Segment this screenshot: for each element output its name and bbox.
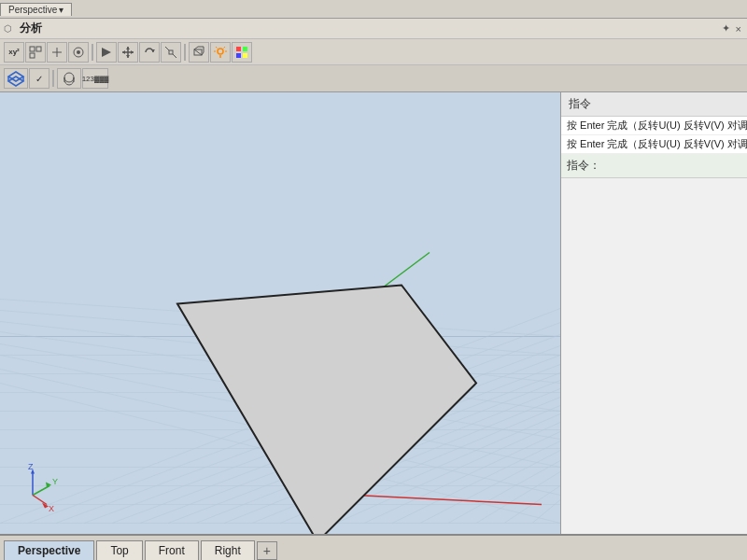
toolbar-area: ⬡ 分析 ✦ × xy² (0, 19, 747, 92)
toolbar-btn-color[interactable] (232, 42, 252, 63)
tab-top[interactable]: Top (96, 540, 142, 560)
svg-rect-27 (243, 47, 247, 51)
svg-line-17 (173, 54, 176, 58)
tab-front[interactable]: Front (145, 540, 199, 560)
svg-marker-14 (151, 49, 155, 52)
command-panel: 指令 按 Enter 完成（反转U(U) 反转V(V) 对调UV(S) 反...… (561, 92, 747, 178)
svg-rect-2 (30, 53, 35, 58)
toolbar-btn-scale[interactable] (161, 42, 181, 63)
close-icon[interactable]: × (734, 23, 743, 35)
toolbar-btn-3d-icon[interactable] (4, 68, 28, 89)
svg-marker-7 (102, 48, 111, 57)
toolbar-separator (92, 44, 93, 61)
toolbar-btn-move[interactable] (118, 42, 138, 63)
svg-rect-15 (169, 50, 173, 54)
toolbar-btn-check[interactable]: ✓ (29, 68, 49, 89)
top-tab-bar: Perspective ▾ (0, 0, 747, 19)
svg-point-6 (77, 50, 80, 54)
svg-marker-12 (122, 50, 125, 54)
toolbar-btn-grid1[interactable] (25, 42, 46, 63)
svg-text:Z: Z (28, 462, 34, 471)
svg-rect-26 (236, 47, 241, 51)
svg-rect-28 (236, 53, 241, 58)
toolbar-btn-ghost[interactable] (57, 68, 81, 89)
add-viewport-tab-button[interactable]: + (257, 541, 277, 560)
svg-line-25 (224, 47, 226, 49)
main-content: Z Y X ↖ 指令 按 Enter 完成（反转U(U) 反转V(V) 对调UV… (0, 92, 747, 534)
right-panel: 指令 按 Enter 完成（反转U(U) 反转V(V) 对调UV(S) 反...… (560, 92, 747, 534)
svg-marker-11 (126, 55, 130, 58)
toolbar-separator-3 (52, 70, 54, 87)
toolbar-row3: ✓ 123▓▓▓ (0, 65, 747, 91)
svg-point-20 (218, 49, 223, 54)
tab-right[interactable]: Right (201, 540, 255, 560)
svg-rect-1 (36, 47, 41, 51)
app: Perspective ▾ ⬡ 分析 ✦ × xy² (0, 0, 747, 560)
toolbar-btn-snap[interactable] (68, 42, 89, 63)
command-input[interactable] (600, 160, 747, 173)
toolbar-row2: xy² (0, 39, 747, 65)
toolbar-btn-123[interactable]: 123▓▓▓ (82, 68, 108, 89)
toolbar-btn-xy[interactable]: xy² (4, 42, 24, 63)
svg-point-34 (64, 73, 74, 82)
toolbar-btn-view3d[interactable] (189, 42, 209, 63)
chevron-down-icon[interactable]: ▾ (59, 5, 63, 15)
settings-icon[interactable]: ✦ (720, 22, 732, 35)
viewport-3d-main[interactable]: Z Y X ↖ (0, 92, 560, 534)
svg-rect-0 (30, 47, 35, 51)
svg-marker-10 (126, 47, 130, 49)
bottom-tab-bar: Perspective Top Front Right + (0, 534, 747, 560)
command-title: 指令 (561, 92, 747, 117)
tab-perspective[interactable]: Perspective (4, 540, 94, 560)
toolbar-title: 分析 (14, 21, 48, 36)
command-input-row: 指令： (561, 154, 747, 177)
viewport-svg: Z Y X ↖ (0, 92, 560, 534)
svg-line-16 (165, 47, 169, 50)
toolbar-btn-arrow[interactable] (96, 42, 117, 63)
command-line1: 按 Enter 完成（反转U(U) 反转V(V) 对调UV(S) 反... (561, 117, 747, 135)
svg-line-24 (216, 47, 218, 49)
perspective-tab-top[interactable]: Perspective ▾ (0, 3, 72, 16)
toolbar-icon: ⬡ (4, 23, 12, 34)
toolbar-btn-grid2[interactable] (47, 42, 67, 63)
command-line2: 按 Enter 完成（反转U(U) 反转V(V) 对调UV(S) 反... (561, 135, 747, 154)
toolbar-row1: ⬡ 分析 ✦ × (0, 19, 747, 39)
svg-text:Y: Y (52, 477, 58, 486)
svg-text:X: X (49, 504, 54, 513)
toolbar-btn-rotate[interactable] (139, 42, 160, 63)
top-tab-label: Perspective (8, 5, 57, 15)
toolbar-btn-light[interactable] (210, 42, 231, 63)
command-prompt-label: 指令： (567, 158, 600, 174)
svg-marker-13 (131, 50, 134, 54)
toolbar-separator-2 (184, 44, 186, 61)
svg-rect-29 (243, 53, 247, 58)
